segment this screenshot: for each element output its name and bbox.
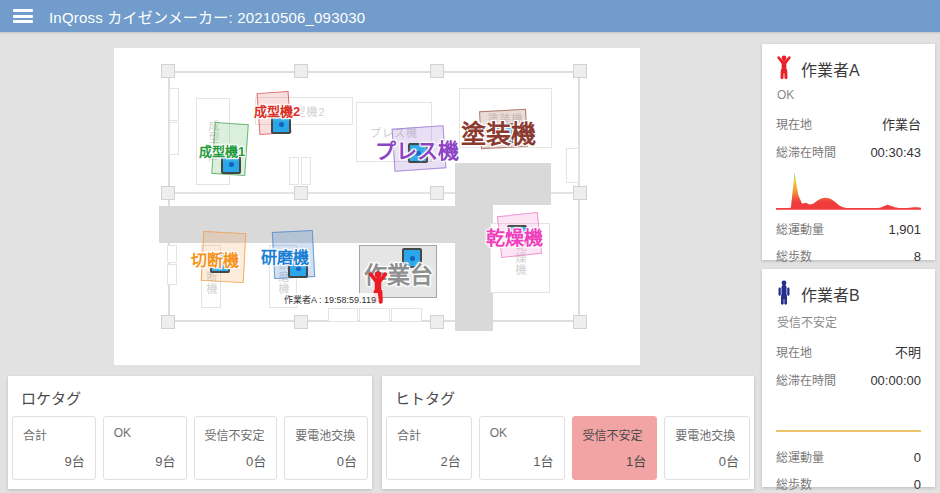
pillar bbox=[161, 64, 175, 78]
pillar bbox=[294, 315, 308, 329]
fixture bbox=[391, 308, 422, 322]
row-value: 0 bbox=[914, 477, 921, 492]
worker-a-stay-time-row: 総滞在時間 00:30:43 bbox=[776, 143, 921, 160]
person-tags-title: ヒトタグ bbox=[395, 387, 754, 408]
row-label: 総歩数 bbox=[776, 247, 812, 264]
pillar bbox=[430, 186, 444, 200]
card-value: 1台 bbox=[626, 451, 646, 470]
fixture bbox=[328, 308, 358, 322]
card-label: OK bbox=[490, 426, 507, 440]
worker-a-steps-row: 総歩数 8 bbox=[776, 247, 921, 264]
row-label: 総運動量 bbox=[776, 220, 824, 237]
zone-label-polisher: 研磨機 bbox=[261, 244, 309, 268]
worker-a-name: 作業者A bbox=[801, 57, 860, 81]
person-battery-card: 要電池交換 0台 bbox=[664, 416, 750, 480]
row-label: 現在地 bbox=[776, 115, 812, 132]
worker-a-activity-chart bbox=[776, 170, 921, 210]
fixture bbox=[169, 122, 179, 155]
worker-a-icon bbox=[776, 54, 792, 84]
card-label: OK bbox=[114, 426, 131, 440]
card-label: 要電池交換 bbox=[295, 426, 355, 443]
pillar bbox=[573, 315, 587, 329]
row-label: 総運動量 bbox=[776, 448, 824, 465]
worker-b-card: 作業者B 受信不安定 現在地 不明 総滞在時間 00:00:00 総運動量 0 … bbox=[762, 269, 935, 487]
row-value: 不明 bbox=[895, 342, 921, 361]
worker-b-name: 作業者B bbox=[801, 282, 860, 306]
fixture bbox=[289, 157, 299, 185]
fixture bbox=[301, 157, 311, 185]
worker-a-motion-row: 総運動量 1,901 bbox=[776, 220, 921, 237]
loc-ok-card: OK 9台 bbox=[103, 416, 187, 480]
person-unstable-card: 受信不安定 1台 bbox=[572, 416, 658, 480]
row-label: 総滞在時間 bbox=[776, 143, 836, 160]
corridor-branch bbox=[455, 163, 551, 205]
loc-battery-card: 要電池交換 0台 bbox=[284, 416, 368, 480]
row-value: 00:00:00 bbox=[870, 373, 921, 388]
zone-label-painter: 塗装機 bbox=[461, 114, 536, 150]
pillar bbox=[294, 186, 308, 200]
worker-a-card: 作業者A OK 現在地 作業台 総滞在時間 00:30:43 bbox=[762, 44, 935, 260]
pillar bbox=[430, 64, 444, 78]
row-value: 8 bbox=[914, 249, 921, 264]
fixture bbox=[566, 148, 579, 183]
row-label: 総滞在時間 bbox=[776, 371, 836, 388]
zone-label-seikeiki1: 成型機1 bbox=[199, 141, 245, 160]
row-value: 00:30:43 bbox=[870, 145, 921, 160]
floor-map: 成型機1 成型機2 プレス機 塗装機 乾燥機 切断機 研磨機 bbox=[114, 48, 640, 365]
fixture bbox=[167, 264, 177, 285]
worker-a-map-label: 作業者A : 19:58:59.119 bbox=[282, 293, 378, 306]
card-value: 0台 bbox=[246, 451, 266, 470]
row-label: 総歩数 bbox=[776, 475, 812, 492]
card-label: 合計 bbox=[23, 426, 47, 443]
loc-total-card: 合計 9台 bbox=[12, 416, 96, 480]
zone-label-seikeiki2: 成型機2 bbox=[254, 101, 300, 120]
worker-b-motion-row: 総運動量 0 bbox=[776, 448, 921, 465]
card-value: 0台 bbox=[337, 451, 357, 470]
worker-b-steps-row: 総歩数 0 bbox=[776, 475, 921, 492]
card-value: 2台 bbox=[441, 451, 461, 470]
row-value: 作業台 bbox=[882, 114, 921, 133]
pillar bbox=[294, 64, 308, 78]
location-tags-title: ロケタグ bbox=[21, 387, 372, 408]
card-value: 9台 bbox=[65, 451, 85, 470]
app-window: InQross カイゼンメーカー: 20210506_093030 成型機1 成… bbox=[0, 0, 940, 493]
row-label: 現在地 bbox=[776, 343, 812, 360]
worker-b-location-row: 現在地 不明 bbox=[776, 342, 921, 361]
loc-unstable-card: 受信不安定 0台 bbox=[194, 416, 278, 480]
card-label: 合計 bbox=[397, 426, 421, 443]
pillar bbox=[573, 186, 587, 200]
worker-b-status: 受信不安定 bbox=[777, 313, 921, 330]
card-value: 1台 bbox=[533, 451, 553, 470]
zone-label-press: プレス機 bbox=[375, 134, 459, 164]
person-ok-card: OK 1台 bbox=[479, 416, 565, 480]
pillar bbox=[573, 64, 587, 78]
app-header: InQross カイゼンメーカー: 20210506_093030 bbox=[0, 0, 940, 32]
row-value: 1,901 bbox=[888, 222, 921, 237]
location-tags-panel: ロケタグ 合計 9台 OK 9台 受信不安定 0台 要電池交換 0台 bbox=[8, 376, 372, 489]
fixture bbox=[359, 308, 390, 322]
zone-label-dryer: 乾燥機 bbox=[486, 223, 543, 250]
card-label: 受信不安定 bbox=[583, 426, 643, 443]
worker-a-location-row: 現在地 作業台 bbox=[776, 114, 921, 133]
card-value: 0台 bbox=[719, 451, 739, 470]
zone-label-cutter: 切断機 bbox=[191, 247, 239, 271]
app-title: InQross カイゼンメーカー: 20210506_093030 bbox=[49, 6, 365, 27]
worker-b-icon bbox=[776, 279, 792, 309]
person-tags-panel: ヒトタグ 合計 2台 OK 1台 受信不安定 1台 要電池交換 0台 bbox=[382, 376, 754, 489]
worker-b-activity-chart bbox=[776, 398, 921, 438]
card-label: 受信不安定 bbox=[205, 426, 265, 443]
pillar bbox=[430, 315, 444, 329]
worker-a-status: OK bbox=[777, 88, 921, 102]
hamburger-menu-icon[interactable] bbox=[13, 9, 33, 23]
card-value: 9台 bbox=[155, 451, 175, 470]
fixture bbox=[167, 245, 177, 263]
person-total-card: 合計 2台 bbox=[386, 416, 472, 480]
pillar bbox=[161, 315, 175, 329]
row-value: 0 bbox=[914, 450, 921, 465]
worker-b-stay-time-row: 総滞在時間 00:00:00 bbox=[776, 371, 921, 388]
card-label: 要電池交換 bbox=[675, 426, 735, 443]
fixture bbox=[169, 88, 179, 121]
pillar bbox=[161, 186, 175, 200]
